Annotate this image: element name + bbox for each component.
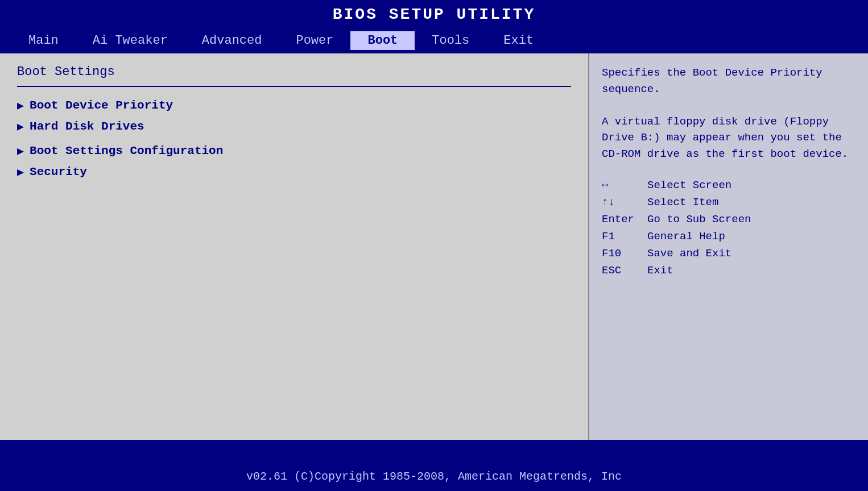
left-panel: Boot Settings ▶Boot Device Priority▶Hard… [0,53,589,440]
key-name: F10 [602,247,647,260]
key-description: Save and Exit [647,247,731,260]
help-description: Specifies the Boot Device Priority seque… [602,65,855,162]
key-name: ↔ [602,179,647,192]
footer: v02.61 (C)Copyright 1985-2008, American … [0,462,868,491]
menu-entry-boot-device-priority[interactable]: ▶Boot Device Priority [17,98,571,113]
footer-text: v02.61 (C)Copyright 1985-2008, American … [246,470,622,483]
menu-group-boot-device: ▶Boot Device Priority▶Hard Disk Drives [17,98,571,134]
key-name: Enter [602,213,647,226]
menu-item-boot[interactable]: Boot [350,31,415,50]
main-content: Boot Settings ▶Boot Device Priority▶Hard… [0,53,868,440]
menu-group-settings: ▶Boot Settings Configuration▶Security [17,144,571,179]
right-panel: Specifies the Boot Device Priority seque… [589,53,868,440]
menu-item-exit[interactable]: Exit [486,31,551,50]
menu-item-ai-tweaker[interactable]: Ai Tweaker [76,31,185,50]
bios-title: BIOS SETUP UTILITY [0,6,868,23]
menu-item-main[interactable]: Main [11,31,76,50]
key-description: Go to Sub Screen [647,213,751,226]
desc-line-2: A virtual floppy disk drive (Floppy Driv… [602,115,848,160]
key-row: F1General Help [602,230,855,243]
key-row: ↑↓Select Item [602,196,855,209]
key-row: F10Save and Exit [602,247,855,260]
entry-label: Boot Settings Configuration [30,144,223,157]
key-description: Exit [647,264,673,277]
key-row: ESCExit [602,264,855,277]
title-bar: BIOS SETUP UTILITY [0,0,868,28]
key-row: ↔Select Screen [602,179,855,192]
key-name: ESC [602,264,647,277]
key-help: ↔Select Screen↑↓Select ItemEnterGo to Su… [602,179,855,277]
menu-entry-hard-disk-drives[interactable]: ▶Hard Disk Drives [17,119,571,134]
arrow-icon: ▶ [17,165,24,179]
entry-label: Hard Disk Drives [30,120,144,133]
arrow-icon: ▶ [17,144,24,158]
menu-item-power[interactable]: Power [279,31,350,50]
menu-bar: MainAi TweakerAdvancedPowerBootToolsExit [0,28,868,53]
key-description: General Help [647,230,725,243]
menu-entry-boot-settings-configuration[interactable]: ▶Boot Settings Configuration [17,144,571,158]
section-divider [17,86,571,87]
arrow-icon: ▶ [17,98,24,113]
menu-item-advanced[interactable]: Advanced [185,31,279,50]
entry-label: Security [30,165,87,178]
desc-line-0: Specifies the Boot Device Priority seque… [602,66,822,95]
key-name: F1 [602,230,647,243]
left-panel-heading: Boot Settings [17,65,571,79]
menu-entry-security[interactable]: ▶Security [17,165,571,179]
menu-item-tools[interactable]: Tools [415,31,486,50]
key-name: ↑↓ [602,196,647,209]
key-description: Select Screen [647,179,731,192]
entry-label: Boot Device Priority [30,99,173,112]
key-row: EnterGo to Sub Screen [602,213,855,226]
key-description: Select Item [647,196,718,209]
arrow-icon: ▶ [17,119,24,134]
